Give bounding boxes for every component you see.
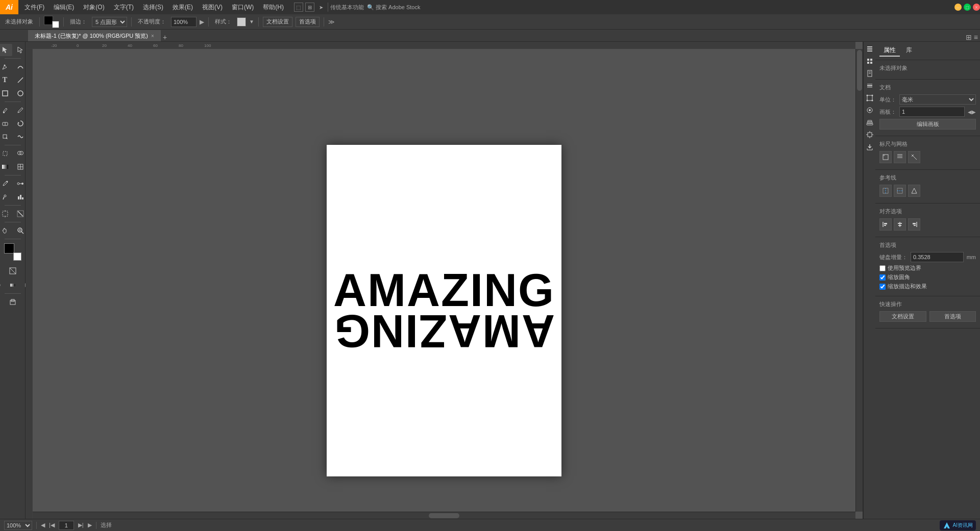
properties-icon[interactable] [865, 44, 875, 54]
free-transform-tool[interactable] [0, 147, 12, 160]
scale-corners-checkbox[interactable] [879, 274, 886, 281]
menu-file[interactable]: 文件(F) [20, 2, 48, 13]
arrange-icon[interactable]: ⬚ [294, 3, 303, 12]
stroke-selector[interactable]: 5 点圆形 [92, 17, 127, 27]
pages-input[interactable] [899, 107, 965, 117]
menu-window[interactable]: 窗口(W) [228, 2, 258, 13]
new-tab-btn[interactable]: + [163, 33, 167, 41]
document-icon[interactable] [865, 68, 875, 79]
unit-select[interactable]: 毫米 [899, 94, 976, 105]
opacity-input[interactable] [171, 17, 197, 27]
scroll-thumb-v[interactable] [857, 50, 862, 91]
quick-doc-settings-btn[interactable]: 文档设置 [879, 311, 926, 322]
ruler-icon-1[interactable] [879, 151, 892, 163]
type-tool[interactable]: T [0, 74, 12, 86]
tab-main[interactable]: 未标题-1 (已恢复)* @ 100% (RGB/GPU 预览) × [28, 30, 161, 41]
symbol-tool[interactable] [0, 191, 12, 203]
arrow-icon[interactable]: ➤ [316, 3, 326, 12]
svg-line-30 [18, 211, 23, 216]
panel-toggle-icon[interactable]: ⊞ [966, 33, 972, 41]
background-color[interactable] [13, 252, 21, 261]
align-icon[interactable] [865, 81, 875, 91]
stroke-swatch[interactable] [52, 21, 59, 28]
tool-sep-6 [5, 222, 21, 222]
foreground-color[interactable] [4, 243, 14, 254]
preview-bounds-checkbox[interactable] [879, 265, 886, 271]
export-icon[interactable] [865, 142, 875, 152]
close-btn[interactable]: × [973, 4, 980, 11]
workspace-label: 传统基本功能 [330, 4, 364, 11]
grid-icon[interactable]: ⊞ [305, 3, 314, 12]
menu-help[interactable]: 帮助(H) [259, 2, 288, 13]
pen-tool[interactable] [0, 61, 12, 73]
menu-bar: 文件(F) 编辑(E) 对象(O) 文字(T) 选择(S) 效果(E) 视图(V… [18, 2, 950, 13]
scroll-thumb-h[interactable] [429, 513, 459, 518]
guide-icon-1[interactable] [879, 185, 892, 197]
page-number-input[interactable] [59, 521, 74, 530]
titlebar: Ai 文件(F) 编辑(E) 对象(O) 文字(T) 选择(S) 效果(E) 视… [0, 0, 980, 14]
menu-effect[interactable]: 效果(E) [168, 2, 197, 13]
doc-settings-toolbar-btn[interactable]: 文档设置 [263, 17, 292, 27]
gradient-tool[interactable] [0, 161, 12, 173]
gradient-fill-icon[interactable] [6, 279, 20, 291]
menu-type[interactable]: 文字(T) [110, 2, 138, 13]
svg-text:40: 40 [128, 43, 132, 48]
artboard-icon[interactable] [865, 130, 875, 140]
tolerance-input[interactable] [911, 252, 964, 262]
extra-options-icon[interactable]: ≫ [328, 18, 335, 26]
edit-artboard-btn[interactable]: 编辑画板 [879, 119, 976, 130]
align-right-icon[interactable] [908, 218, 920, 231]
pages-arrows[interactable]: ◀▶ [968, 109, 976, 115]
scale-stroke-checkbox[interactable] [879, 284, 886, 290]
tab-library[interactable]: 库 [902, 45, 916, 57]
menu-view[interactable]: 视图(V) [198, 2, 227, 13]
guide-icon-3[interactable] [908, 185, 920, 197]
scrollbar-vertical[interactable] [855, 49, 863, 512]
ruler-icon-2[interactable] [894, 151, 906, 163]
rect-tool[interactable] [0, 87, 12, 99]
maximize-btn[interactable]: □ [964, 4, 971, 11]
svg-line-85 [912, 155, 917, 160]
page-nav-prev[interactable]: ◀ [41, 522, 45, 528]
menu-object[interactable]: 对象(O) [79, 2, 108, 13]
style-label: 样式： [213, 17, 234, 26]
eyedropper-tool[interactable] [0, 178, 12, 190]
menu-edit[interactable]: 编辑(E) [50, 2, 78, 13]
style-swatch[interactable] [237, 17, 246, 27]
change-color-mode[interactable] [6, 265, 20, 277]
eraser-tool[interactable] [0, 117, 12, 130]
scrollbar-horizontal[interactable] [33, 512, 855, 519]
artboard-tool[interactable] [0, 208, 12, 220]
align-left-icon[interactable] [879, 218, 892, 231]
guide-icon-2[interactable] [894, 185, 906, 197]
opacity-arrow[interactable]: ▶ [200, 18, 204, 26]
menu-select[interactable]: 选择(S) [139, 2, 167, 13]
preferences-toolbar-btn[interactable]: 首选项 [296, 17, 320, 27]
fill-stroke-widget[interactable] [44, 16, 59, 28]
artboard-nav[interactable] [0, 296, 25, 308]
layers-icon[interactable] [865, 117, 875, 128]
library-icon[interactable] [865, 56, 875, 66]
panel-minimize-icon[interactable]: ≡ [974, 33, 978, 41]
tab-properties[interactable]: 属性 [879, 45, 900, 57]
minimize-btn[interactable]: – [954, 4, 962, 11]
search-stock-placeholder[interactable]: 🔍 搜索 Adobe Stock [367, 4, 421, 11]
zoom-select[interactable]: 100% 50% 200% [4, 521, 32, 530]
color-icon[interactable] [0, 279, 5, 291]
svg-text:60: 60 [153, 43, 158, 48]
page-nav-last[interactable]: ▶ [88, 522, 92, 528]
hand-tool[interactable] [0, 224, 12, 237]
selection-tool[interactable] [0, 44, 12, 56]
transform-icon[interactable] [865, 93, 875, 103]
style-arrow[interactable]: ▼ [249, 19, 254, 24]
scale-tool[interactable] [0, 131, 12, 143]
color-tools[interactable] [4, 243, 21, 261]
align-center-icon[interactable] [894, 218, 906, 231]
page-nav-first[interactable]: |◀ [49, 522, 55, 528]
ruler-icon-3[interactable] [908, 151, 920, 163]
page-nav-next[interactable]: ▶| [78, 522, 84, 528]
quick-preferences-btn[interactable]: 首选项 [929, 311, 976, 322]
paintbrush-tool[interactable] [0, 104, 12, 116]
appearance-icon[interactable] [865, 105, 875, 115]
tab-close-btn[interactable]: × [151, 33, 154, 39]
